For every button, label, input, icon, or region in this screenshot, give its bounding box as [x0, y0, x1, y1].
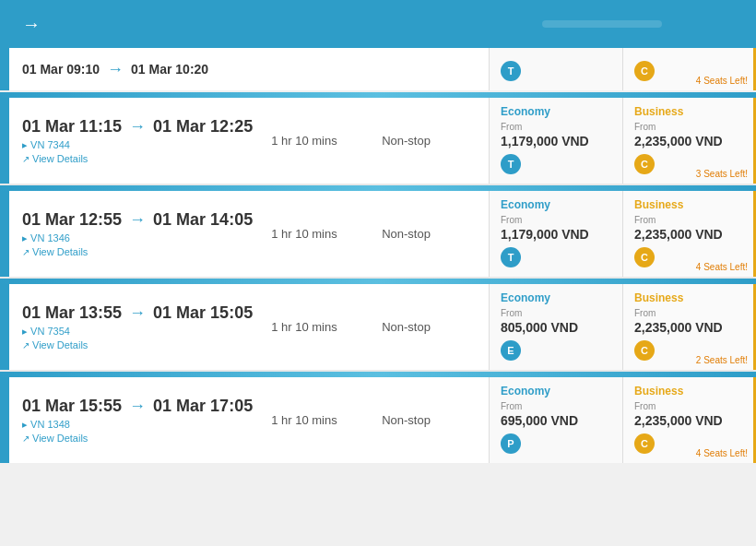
economy-label-0: Economy [501, 105, 611, 118]
partial-time: 01 Mar 09:10 [22, 62, 100, 77]
partial-economy-col[interactable]: T [489, 48, 622, 90]
economy-badge-1: T [501, 247, 521, 267]
economy-label-1: Economy [501, 198, 611, 211]
partial-fare-columns: T C 4 Seats Left! [489, 48, 756, 90]
economy-price-1: 1,179,000 VND [501, 227, 611, 242]
times-arrow-0: → [129, 117, 146, 136]
business-price-2: 2,235,000 VND [634, 320, 742, 335]
flight-stops-2: Non-stop [382, 320, 455, 334]
economy-from-0: From [501, 122, 611, 132]
flight-main-3: 01 Mar 15:55 → 01 Mar 17:05 ▸ VN 1348 Vi… [9, 377, 489, 463]
times-row-0: 01 Mar 11:15 → 01 Mar 12:25 [22, 117, 253, 136]
flight-stops-0: Non-stop [382, 134, 455, 148]
business-from-2: From [634, 308, 742, 318]
flight-times-3: 01 Mar 15:55 → 01 Mar 17:05 ▸ VN 1348 Vi… [22, 397, 253, 444]
fare-columns-3: Economy From 695,000 VND P Business From… [489, 377, 756, 463]
flight-main-0: 01 Mar 11:15 → 01 Mar 12:25 ▸ VN 7344 Vi… [9, 98, 489, 184]
flight-duration-2: 1 hr 10 mins [271, 320, 363, 334]
business-label-0: Business [634, 105, 742, 118]
business-label-2: Business [634, 291, 742, 304]
partial-arrive: 01 Mar 10:20 [131, 62, 208, 77]
business-price-3: 2,235,000 VND [634, 413, 742, 428]
view-details-0[interactable]: View Details [22, 153, 253, 164]
business-badge-2: C [634, 340, 655, 361]
economy-col-3[interactable]: Economy From 695,000 VND P [489, 377, 622, 463]
flight-card-2: 01 Mar 13:55 → 01 Mar 15:05 ▸ VN 7354 Vi… [0, 284, 756, 370]
business-from-3: From [634, 401, 742, 411]
flight-main-2: 01 Mar 13:55 → 01 Mar 15:05 ▸ VN 7354 Vi… [9, 284, 489, 370]
business-label-3: Business [634, 385, 742, 398]
seats-left-0: 3 Seats Left! [696, 169, 748, 179]
flight-times-1: 01 Mar 12:55 → 01 Mar 14:05 ▸ VN 1346 Vi… [22, 210, 253, 257]
flight-times-2: 01 Mar 13:55 → 01 Mar 15:05 ▸ VN 7354 Vi… [22, 303, 253, 350]
times-arrow-1: → [129, 210, 146, 230]
fare-columns-1: Economy From 1,179,000 VND T Business Fr… [489, 191, 756, 277]
flight-card-0: 01 Mar 11:15 → 01 Mar 12:25 ▸ VN 7344 Vi… [0, 98, 756, 184]
flight-number-1: ▸ VN 1346 [22, 232, 253, 244]
depart-time-2: 01 Mar 13:55 [22, 303, 122, 323]
flight-card-1: 01 Mar 12:55 → 01 Mar 14:05 ▸ VN 1346 Vi… [0, 191, 756, 277]
flight-stops-1: Non-stop [382, 227, 455, 241]
fare-columns-2: Economy From 805,000 VND E Business From… [489, 284, 756, 370]
seats-left-2: 2 Seats Left! [696, 355, 748, 365]
economy-from-2: From [501, 308, 611, 318]
business-price-0: 2,235,000 VND [634, 134, 742, 148]
times-row-3: 01 Mar 15:55 → 01 Mar 17:05 [22, 397, 253, 416]
economy-from-3: From [501, 401, 611, 411]
economy-col-0[interactable]: Economy From 1,179,000 VND T [489, 98, 622, 184]
business-from-0: From [634, 122, 742, 132]
economy-label-3: Economy [501, 385, 611, 398]
partial-business-col[interactable]: C 4 Seats Left! [622, 48, 756, 90]
route-block: → [11, 14, 533, 35]
business-badge-1: C [634, 247, 655, 267]
view-details-1[interactable]: View Details [22, 246, 253, 257]
business-col-3[interactable]: Business From 2,235,000 VND C 4 Seats Le… [622, 377, 756, 463]
times-row-2: 01 Mar 13:55 → 01 Mar 15:05 [22, 303, 253, 323]
business-from-1: From [634, 215, 742, 225]
flight-duration-0: 1 hr 10 mins [271, 134, 363, 148]
arrive-time-0: 01 Mar 12:25 [153, 117, 253, 136]
seats-left-3: 4 Seats Left! [696, 448, 748, 458]
flight-stops-3: Non-stop [382, 413, 455, 427]
economy-badge-2: E [501, 340, 521, 361]
seats-left-1: 4 Seats Left! [696, 262, 748, 272]
fare-columns-0: Economy From 1,179,000 VND T Business Fr… [489, 98, 756, 184]
arrive-time-3: 01 Mar 17:05 [153, 397, 253, 416]
times-arrow-2: → [129, 303, 146, 323]
route-arrow-icon: → [22, 14, 41, 35]
partial-flight-times: 01 Mar 09:10 → 01 Mar 10:20 [22, 60, 234, 79]
flight-number-2: ▸ VN 7354 [22, 326, 253, 338]
business-col-1[interactable]: Business From 2,235,000 VND C 4 Seats Le… [622, 191, 756, 277]
business-label-1: Business [634, 198, 742, 211]
search-header: → [0, 0, 756, 48]
depart-time-0: 01 Mar 11:15 [22, 117, 122, 136]
flight-duration-3: 1 hr 10 mins [271, 413, 363, 427]
business-col-2[interactable]: Business From 2,235,000 VND C 2 Seats Le… [622, 284, 756, 370]
flight-main-1: 01 Mar 12:55 → 01 Mar 14:05 ▸ VN 1346 Vi… [9, 191, 489, 277]
business-col-0[interactable]: Business From 2,235,000 VND C 3 Seats Le… [622, 98, 756, 184]
flight-list: 01 Mar 11:15 → 01 Mar 12:25 ▸ VN 7344 Vi… [0, 98, 756, 463]
times-row-1: 01 Mar 12:55 → 01 Mar 14:05 [22, 210, 253, 230]
partial-eco-badge: T [501, 61, 521, 81]
economy-from-1: From [501, 215, 611, 225]
partial-biz-badge: C [634, 61, 655, 81]
view-details-3[interactable]: View Details [22, 433, 253, 444]
economy-price-2: 805,000 VND [501, 320, 611, 335]
economy-col-2[interactable]: Economy From 805,000 VND E [489, 284, 622, 370]
flight-times-0: 01 Mar 11:15 → 01 Mar 12:25 ▸ VN 7344 Vi… [22, 117, 253, 164]
economy-badge-3: P [501, 433, 521, 454]
economy-label-2: Economy [501, 291, 611, 304]
flight-card-partial: 01 Mar 09:10 → 01 Mar 10:20 T C 4 Seats … [0, 48, 756, 90]
economy-badge-0: T [501, 154, 521, 174]
partial-arrow: → [107, 60, 124, 79]
economy-col-1[interactable]: Economy From 1,179,000 VND T [489, 191, 622, 277]
date-block[interactable] [542, 20, 662, 28]
depart-time-3: 01 Mar 15:55 [22, 397, 122, 416]
business-price-1: 2,235,000 VND [634, 227, 742, 242]
view-details-2[interactable]: View Details [22, 339, 253, 350]
arrive-time-1: 01 Mar 14:05 [153, 210, 253, 230]
business-badge-0: C [634, 154, 655, 174]
flight-number-3: ▸ VN 1348 [22, 419, 253, 431]
times-arrow-3: → [129, 397, 146, 416]
economy-price-3: 695,000 VND [501, 413, 611, 428]
